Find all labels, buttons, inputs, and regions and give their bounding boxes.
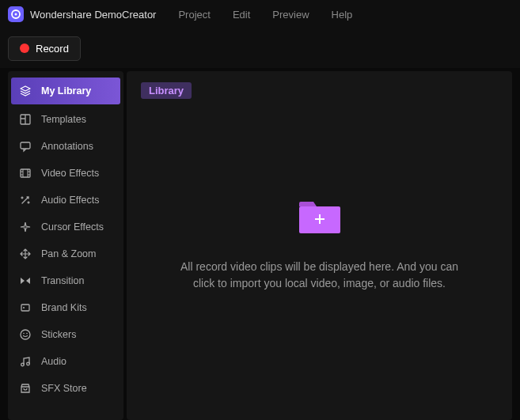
svg-point-1 xyxy=(15,13,17,16)
sidebar-item-audio-effects[interactable]: Audio Effects xyxy=(8,187,123,214)
film-icon xyxy=(19,167,32,180)
svg-rect-5 xyxy=(21,142,30,149)
badge-icon xyxy=(19,301,32,314)
sidebar-item-stickers[interactable]: Stickers xyxy=(8,321,123,348)
sidebar-item-label: Cursor Effects xyxy=(41,221,104,233)
main-panel: Library All record video clips will be d… xyxy=(127,71,512,420)
grid-icon xyxy=(19,113,32,126)
sidebar-item-label: Video Effects xyxy=(41,168,99,179)
sparkle-icon xyxy=(19,221,32,233)
layers-icon xyxy=(19,85,32,97)
menu-edit[interactable]: Edit xyxy=(233,9,250,21)
sidebar-item-brand-kits[interactable]: Brand Kits xyxy=(8,294,123,321)
sidebar-item-label: Transition xyxy=(41,275,84,286)
empty-state[interactable]: All record video clips will be displayed… xyxy=(141,83,498,409)
app-title: Wondershare DemoCreator xyxy=(30,9,156,21)
content: My Library Templates Annotations Video E… xyxy=(0,68,520,420)
sidebar-item-label: My Library xyxy=(41,85,91,96)
sidebar: My Library Templates Annotations Video E… xyxy=(8,71,123,420)
arrows-icon xyxy=(19,248,32,260)
record-button[interactable]: Record xyxy=(8,36,81,61)
titlebar: Wondershare DemoCreator Project Edit Pre… xyxy=(0,0,520,28)
sidebar-item-audio[interactable]: Audio xyxy=(8,348,123,375)
svg-point-16 xyxy=(23,333,25,335)
sidebar-item-my-library[interactable]: My Library xyxy=(11,78,120,104)
menu-help[interactable]: Help xyxy=(332,9,353,21)
store-icon xyxy=(19,382,32,395)
sidebar-item-transition[interactable]: Transition xyxy=(8,267,123,294)
sidebar-item-pan-zoom[interactable]: Pan & Zoom xyxy=(8,240,123,267)
magic-icon xyxy=(19,194,32,206)
sidebar-item-sfx-store[interactable]: SFX Store xyxy=(8,375,123,402)
svg-point-19 xyxy=(27,362,30,365)
sidebar-item-label: Annotations xyxy=(41,141,93,152)
sidebar-item-video-effects[interactable]: Video Effects xyxy=(8,160,123,187)
sidebar-item-annotations[interactable]: Annotations xyxy=(8,133,123,160)
sidebar-item-templates[interactable]: Templates xyxy=(8,106,123,133)
svg-point-14 xyxy=(23,307,25,308)
sidebar-item-label: Stickers xyxy=(41,329,76,340)
record-label: Record xyxy=(36,43,69,55)
toolbar: Record xyxy=(0,28,520,68)
sidebar-item-label: Pan & Zoom xyxy=(41,248,96,259)
music-icon xyxy=(19,355,32,368)
folder-plus-icon xyxy=(298,200,342,235)
sidebar-item-label: SFX Store xyxy=(41,383,87,394)
sidebar-item-cursor-effects[interactable]: Cursor Effects xyxy=(8,214,123,240)
message-icon xyxy=(19,140,32,153)
smile-icon xyxy=(19,328,32,341)
logo-icon xyxy=(11,9,21,19)
menu-project[interactable]: Project xyxy=(178,9,210,21)
menu-preview[interactable]: Preview xyxy=(272,9,309,21)
empty-text: All record video clips will be displayed… xyxy=(177,259,462,292)
transition-icon xyxy=(19,274,32,287)
sidebar-item-label: Audio Effects xyxy=(41,195,99,206)
record-icon xyxy=(20,44,29,53)
svg-rect-6 xyxy=(21,169,30,177)
sidebar-item-label: Brand Kits xyxy=(41,302,87,313)
app-logo xyxy=(8,6,24,22)
sidebar-item-label: Audio xyxy=(41,356,66,367)
svg-rect-13 xyxy=(21,305,29,311)
svg-point-17 xyxy=(26,333,28,335)
svg-point-18 xyxy=(21,363,25,366)
svg-point-15 xyxy=(21,330,30,339)
sidebar-item-label: Templates xyxy=(41,114,86,125)
menu-bar: Project Edit Preview Help xyxy=(178,9,352,21)
